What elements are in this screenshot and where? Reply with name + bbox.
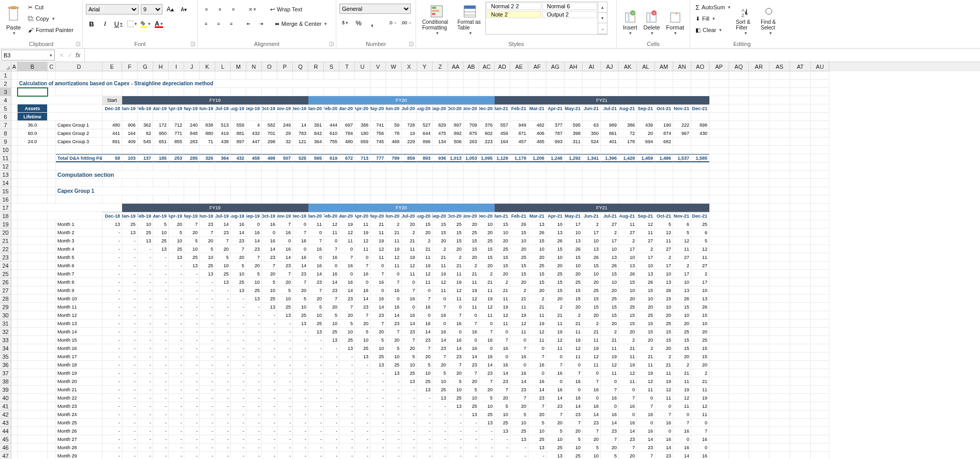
cell[interactable] (324, 171, 339, 179)
computation-cell[interactable]: 7 (510, 394, 528, 402)
cell[interactable] (464, 88, 479, 96)
cell[interactable] (749, 427, 769, 435)
computation-cell[interactable]: 0 (370, 286, 386, 295)
cell[interactable] (48, 361, 56, 369)
cell[interactable] (246, 71, 262, 80)
cell[interactable] (18, 187, 48, 195)
capex-value[interactable]: 989 (601, 121, 619, 129)
cell[interactable] (790, 410, 811, 419)
month-header[interactable]: Jul-19 (215, 104, 231, 113)
cell[interactable] (811, 361, 829, 369)
row-header[interactable]: 32 (0, 328, 11, 336)
month-header[interactable]: Jan-20 (308, 104, 324, 113)
cell[interactable] (749, 303, 769, 311)
computation-cell[interactable]: 14 (479, 361, 495, 369)
computation-cell[interactable]: - (277, 443, 293, 452)
capex-value[interactable]: 432 (246, 129, 262, 137)
computation-cell[interactable]: 0 (339, 245, 355, 253)
computation-cell[interactable]: 11 (433, 262, 448, 270)
computation-cell[interactable]: - (200, 394, 215, 402)
computation-cell[interactable]: 16 (262, 237, 277, 245)
cell[interactable] (339, 162, 355, 171)
computation-cell[interactable]: 10 (370, 344, 386, 353)
computation-cell[interactable]: 20 (215, 245, 231, 253)
cell[interactable] (184, 113, 200, 121)
cell[interactable] (655, 80, 673, 88)
computation-cell[interactable]: 13 (386, 369, 402, 377)
cell[interactable] (619, 179, 637, 187)
column-header-J[interactable]: J (184, 62, 200, 71)
cell[interactable] (102, 113, 122, 121)
cell[interactable] (619, 146, 637, 154)
total-label[interactable]: Total D&A hitting P&L (56, 154, 102, 162)
computation-cell[interactable]: 11 (370, 228, 386, 237)
cell[interactable] (48, 262, 56, 270)
computation-cell[interactable]: 7 (215, 237, 231, 245)
computation-cell[interactable]: 16 (339, 262, 355, 270)
computation-cell[interactable]: 7 (417, 295, 433, 303)
row-header[interactable]: 2 (0, 80, 11, 88)
cell[interactable] (749, 328, 769, 336)
computation-cell[interactable]: - (153, 295, 169, 303)
computation-cell[interactable]: - (339, 386, 355, 394)
computation-cell[interactable]: - (355, 402, 370, 410)
computation-cell[interactable]: - (200, 319, 215, 328)
cell[interactable] (673, 113, 691, 121)
computation-cell[interactable]: 19 (448, 278, 464, 286)
computation-cell[interactable]: 17 (619, 245, 637, 253)
month-header[interactable]: Aug-20 (417, 212, 433, 220)
computation-cell[interactable]: - (293, 443, 308, 452)
computation-cell[interactable]: - (122, 311, 138, 319)
align-bottom-button[interactable]: ≡ (228, 4, 239, 15)
computation-cell[interactable]: 2 (619, 336, 637, 344)
computation-cell[interactable]: 12 (479, 303, 495, 311)
month-header[interactable]: Sep-20 (433, 212, 448, 220)
cell[interactable] (583, 113, 601, 121)
computation-cell[interactable]: 15 (655, 328, 673, 336)
cell[interactable] (790, 344, 811, 353)
cell[interactable] (729, 295, 749, 303)
cell[interactable] (709, 71, 729, 80)
cell[interactable] (448, 179, 464, 187)
row-header[interactable]: 44 (0, 427, 11, 435)
cell[interactable] (790, 394, 811, 402)
cell[interactable] (790, 328, 811, 336)
cell[interactable] (709, 154, 729, 162)
cell[interactable] (200, 187, 215, 195)
cell[interactable] (769, 377, 790, 386)
percent-format-button[interactable]: % (353, 17, 364, 28)
cell[interactable] (433, 71, 448, 80)
computation-cell[interactable]: 11 (386, 262, 402, 270)
computation-cell[interactable]: 15 (528, 270, 546, 278)
month-header[interactable]: May-21 (565, 104, 583, 113)
font-name-select[interactable]: Arial (86, 4, 139, 14)
cell[interactable] (153, 195, 169, 204)
cell[interactable] (138, 71, 153, 80)
total-value[interactable]: 1,585 (691, 154, 709, 162)
computation-cell[interactable]: - (169, 311, 184, 319)
asset-lifetime[interactable]: 36.0 (18, 121, 48, 129)
computation-cell[interactable]: - (246, 452, 262, 459)
capex-value[interactable]: 842 (308, 129, 324, 137)
computation-cell[interactable]: 7 (324, 245, 339, 253)
computation-cell[interactable]: 20 (565, 303, 583, 311)
cell[interactable] (601, 162, 619, 171)
total-value[interactable]: 185 (153, 154, 169, 162)
cell[interactable] (48, 179, 56, 187)
computation-cell[interactable]: - (122, 386, 138, 394)
computation-cell[interactable]: - (448, 419, 464, 427)
cell[interactable] (11, 262, 18, 270)
cell[interactable] (433, 80, 448, 88)
cell[interactable] (811, 171, 829, 179)
cell[interactable] (691, 162, 709, 171)
cell[interactable] (231, 88, 246, 96)
cell[interactable] (769, 361, 790, 369)
total-value[interactable]: 936 (433, 154, 448, 162)
cell[interactable] (215, 88, 231, 96)
conditional-formatting-button[interactable]: Conditional Formatting▾ (419, 2, 454, 38)
computation-cell[interactable]: - (138, 303, 153, 311)
month-header[interactable]: Jul-19 (215, 212, 231, 220)
computation-cell[interactable]: 11 (546, 319, 565, 328)
computation-cell[interactable]: 2 (673, 262, 691, 270)
cell[interactable] (790, 88, 811, 96)
